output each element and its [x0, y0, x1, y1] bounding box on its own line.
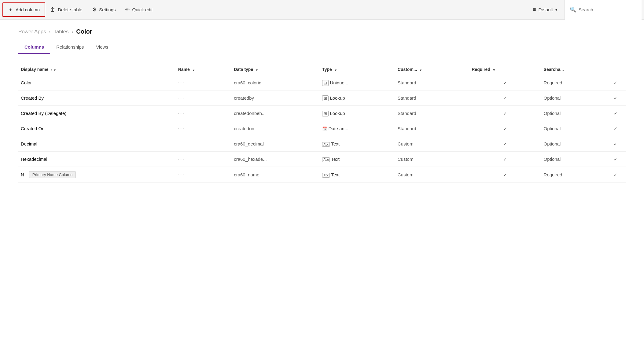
tab-views[interactable]: Views [90, 41, 114, 54]
cell-custom: ✓ [469, 152, 541, 167]
tab-relationships[interactable]: Relationships [50, 41, 90, 54]
default-view-button[interactable]: ≡ Default ▾ [528, 3, 562, 16]
cell-required: Optional [541, 152, 606, 167]
cell-data-type: ⊟ Unique ... [320, 75, 395, 90]
cell-name: cra60_decimal [231, 136, 320, 152]
cell-custom: ✓ [469, 167, 541, 183]
row-context-menu[interactable]: ··· [176, 106, 232, 121]
col-header-required[interactable]: Required ∨ [469, 64, 541, 75]
col-header-searchable[interactable]: Searcha... [541, 64, 606, 75]
sort-dt-icon: ∨ [256, 68, 258, 72]
row-context-menu[interactable]: ··· [176, 152, 232, 167]
cell-type: Standard [395, 75, 469, 90]
cell-searchable: ✓ [605, 75, 626, 90]
cell-searchable: ✓ [605, 106, 626, 121]
quick-edit-button[interactable]: ✏ Quick edit [120, 3, 157, 16]
add-column-button[interactable]: ＋ Add column [2, 2, 45, 17]
col-header-display-name[interactable]: Display name ↑ ∨ [18, 64, 176, 75]
row-context-menu[interactable]: ··· [176, 121, 232, 136]
cell-display-name: Created On [18, 121, 176, 136]
sort-asc-icon: ↑ ∨ [51, 68, 56, 72]
col-header-type[interactable]: Type ∨ [320, 64, 395, 75]
cell-custom: ✓ [469, 136, 541, 152]
display-name-text: Color [21, 80, 32, 85]
settings-label: Settings [99, 7, 116, 12]
delete-table-button[interactable]: 🗑 Delete table [45, 4, 87, 16]
display-name-text: Decimal [21, 141, 37, 146]
sort-custom-icon: ∨ [419, 68, 422, 72]
custom-check-icon: ✓ [503, 80, 507, 85]
trash-icon: 🗑 [50, 7, 55, 13]
settings-button[interactable]: ⚙ Settings [87, 3, 120, 16]
cell-data-type: Abc Text [320, 152, 395, 167]
col-header-name[interactable]: Name ∨ [176, 64, 232, 75]
searchable-check-icon: ✓ [614, 96, 617, 101]
row-context-menu[interactable]: ··· [176, 136, 232, 152]
table-header: Display name ↑ ∨ Name ∨ Data type ∨ Type… [18, 64, 626, 75]
cell-custom: ✓ [469, 106, 541, 121]
searchable-check-icon: ✓ [614, 80, 617, 85]
default-label: Default [538, 7, 553, 12]
row-context-menu[interactable]: ··· [176, 75, 232, 90]
col-header-custom[interactable]: Custom... ∨ [395, 64, 469, 75]
cell-type: Custom [395, 152, 469, 167]
sort-name-icon: ∨ [192, 68, 195, 72]
sort-type-icon: ∨ [334, 68, 337, 72]
cell-type: Custom [395, 136, 469, 152]
display-name-text: N [21, 172, 24, 177]
cell-name: cra60_hexade... [231, 152, 320, 167]
cell-name: cra60_colorid [231, 75, 320, 90]
breadcrumb-tables[interactable]: Tables [53, 29, 68, 35]
cell-required: Required [541, 75, 606, 90]
custom-check-icon: ✓ [503, 157, 507, 162]
search-input[interactable] [579, 7, 637, 12]
plus-icon: ＋ [8, 6, 13, 13]
toolbar-right: ≡ Default ▾ 🔍 [528, 0, 642, 20]
primary-name-badge: Primary Name Column [29, 171, 76, 178]
cell-display-name: N Primary Name Column [18, 167, 176, 183]
custom-check-icon: ✓ [503, 96, 507, 101]
table-row: Created By ··· createdby ⊞ Lookup Standa… [18, 90, 626, 106]
table-row: Created By (Delegate) ··· createdonbeh..… [18, 106, 626, 121]
searchable-check-icon: ✓ [614, 172, 617, 177]
display-name-text: Created On [21, 126, 45, 131]
cell-required: Optional [541, 106, 606, 121]
add-column-label: Add column [16, 7, 40, 12]
cell-display-name: Hexadecimal [18, 152, 176, 167]
search-box[interactable]: 🔍 [565, 0, 642, 20]
delete-table-label: Delete table [58, 7, 82, 12]
row-context-menu[interactable]: ··· [176, 90, 232, 106]
cell-type: Standard [395, 90, 469, 106]
table-row: Created On ··· createdon 📅 Date an... St… [18, 121, 626, 136]
row-context-menu[interactable]: ··· [176, 167, 232, 183]
table-row: Color ··· cra60_colorid ⊟ Unique ... Sta… [18, 75, 626, 90]
breadcrumb-current: Color [76, 28, 92, 35]
tab-bar: Columns Relationships Views [0, 41, 644, 54]
cell-name: createdby [231, 90, 320, 106]
cell-name: createdonbeh... [231, 106, 320, 121]
columns-table-container: Display name ↑ ∨ Name ∨ Data type ∨ Type… [0, 54, 644, 193]
tab-columns[interactable]: Columns [18, 41, 50, 54]
cell-custom: ✓ [469, 90, 541, 106]
breadcrumb-sep-1: › [49, 29, 51, 34]
cell-custom: ✓ [469, 75, 541, 90]
cell-data-type: 📅 Date an... [320, 121, 395, 136]
searchable-check-icon: ✓ [614, 126, 617, 131]
col-header-data-type[interactable]: Data type ∨ [231, 64, 320, 75]
cell-searchable: ✓ [605, 167, 626, 183]
cell-display-name: Decimal [18, 136, 176, 152]
cell-required: Optional [541, 90, 606, 106]
breadcrumb-powerapps[interactable]: Power Apps [18, 29, 46, 35]
searchable-check-icon: ✓ [614, 157, 617, 162]
cell-searchable: ✓ [605, 121, 626, 136]
cell-display-name: Created By (Delegate) [18, 106, 176, 121]
cell-type: Standard [395, 106, 469, 121]
custom-check-icon: ✓ [503, 142, 507, 146]
breadcrumb: Power Apps › Tables › Color [0, 20, 644, 41]
custom-check-icon: ✓ [503, 126, 507, 131]
cell-data-type: ⊞ Lookup [320, 106, 395, 121]
cell-required: Optional [541, 136, 606, 152]
quick-edit-label: Quick edit [132, 7, 153, 12]
cell-type: Standard [395, 121, 469, 136]
searchable-check-icon: ✓ [614, 142, 617, 146]
